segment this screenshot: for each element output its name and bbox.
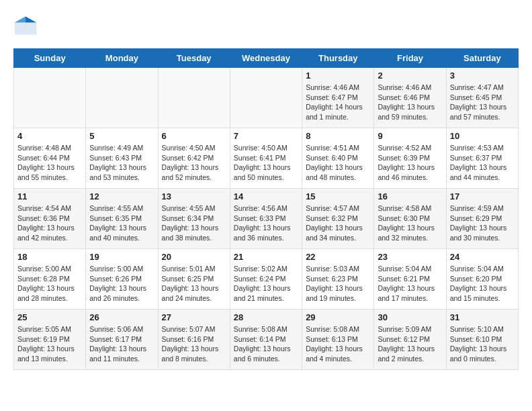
day-info: Sunrise: 5:06 AM Sunset: 6:17 PM Dayligh… — [89, 324, 154, 364]
day-info: Sunrise: 4:55 AM Sunset: 6:35 PM Dayligh… — [89, 203, 154, 243]
day-info: Sunrise: 4:49 AM Sunset: 6:43 PM Dayligh… — [89, 143, 154, 183]
calendar-cell: 10Sunrise: 4:53 AM Sunset: 6:37 PM Dayli… — [446, 128, 518, 189]
day-info: Sunrise: 5:02 AM Sunset: 6:24 PM Dayligh… — [234, 264, 298, 304]
svg-marker-2 — [15, 17, 26, 23]
day-header-sunday: Sunday — [14, 49, 86, 68]
day-number: 17 — [450, 191, 515, 201]
day-number: 21 — [234, 252, 298, 262]
calendar-week-1: 1Sunrise: 4:46 AM Sunset: 6:47 PM Daylig… — [14, 68, 519, 128]
day-number: 12 — [89, 191, 154, 201]
day-info: Sunrise: 4:46 AM Sunset: 6:46 PM Dayligh… — [378, 83, 442, 122]
day-number: 10 — [450, 131, 515, 141]
day-info: Sunrise: 4:47 AM Sunset: 6:45 PM Dayligh… — [450, 83, 515, 122]
day-number: 24 — [450, 252, 515, 262]
calendar-cell: 15Sunrise: 4:57 AM Sunset: 6:32 PM Dayli… — [302, 189, 374, 249]
calendar-table: SundayMondayTuesdayWednesdayThursdayFrid… — [13, 48, 519, 370]
day-info: Sunrise: 5:10 AM Sunset: 6:10 PM Dayligh… — [450, 324, 515, 364]
day-info: Sunrise: 5:01 AM Sunset: 6:25 PM Dayligh… — [162, 264, 226, 304]
day-number: 26 — [89, 312, 154, 322]
calendar-cell: 5Sunrise: 4:49 AM Sunset: 6:43 PM Daylig… — [86, 128, 158, 189]
day-number: 15 — [306, 191, 370, 201]
calendar-cell: 18Sunrise: 5:00 AM Sunset: 6:28 PM Dayli… — [14, 249, 86, 310]
day-header-saturday: Saturday — [446, 49, 518, 68]
calendar-cell — [230, 68, 302, 128]
calendar-week-4: 18Sunrise: 5:00 AM Sunset: 6:28 PM Dayli… — [14, 249, 519, 310]
day-number: 25 — [17, 312, 82, 322]
calendar-cell: 17Sunrise: 4:59 AM Sunset: 6:29 PM Dayli… — [446, 189, 518, 249]
calendar-cell: 8Sunrise: 4:51 AM Sunset: 6:40 PM Daylig… — [302, 128, 374, 189]
calendar-cell: 1Sunrise: 4:46 AM Sunset: 6:47 PM Daylig… — [302, 68, 374, 128]
calendar-cell: 3Sunrise: 4:47 AM Sunset: 6:45 PM Daylig… — [446, 68, 518, 128]
day-info: Sunrise: 4:55 AM Sunset: 6:34 PM Dayligh… — [162, 203, 226, 243]
calendar-cell: 31Sunrise: 5:10 AM Sunset: 6:10 PM Dayli… — [446, 310, 518, 370]
calendar-cell: 29Sunrise: 5:08 AM Sunset: 6:13 PM Dayli… — [302, 310, 374, 370]
day-info: Sunrise: 5:09 AM Sunset: 6:12 PM Dayligh… — [378, 324, 442, 364]
svg-marker-1 — [26, 17, 36, 23]
calendar-week-3: 11Sunrise: 4:54 AM Sunset: 6:36 PM Dayli… — [14, 189, 519, 249]
day-number: 6 — [162, 131, 226, 141]
day-info: Sunrise: 4:51 AM Sunset: 6:40 PM Dayligh… — [306, 143, 370, 183]
day-info: Sunrise: 5:07 AM Sunset: 6:16 PM Dayligh… — [162, 324, 226, 364]
day-number: 4 — [17, 131, 82, 141]
day-info: Sunrise: 5:04 AM Sunset: 6:20 PM Dayligh… — [450, 264, 515, 304]
calendar-week-2: 4Sunrise: 4:48 AM Sunset: 6:44 PM Daylig… — [14, 128, 519, 189]
day-header-tuesday: Tuesday — [158, 49, 230, 68]
calendar-cell: 7Sunrise: 4:50 AM Sunset: 6:41 PM Daylig… — [230, 128, 302, 189]
day-number: 11 — [17, 191, 82, 201]
calendar-cell: 22Sunrise: 5:03 AM Sunset: 6:23 PM Dayli… — [302, 249, 374, 310]
day-number: 13 — [162, 191, 226, 201]
day-number: 22 — [306, 252, 370, 262]
day-number: 9 — [378, 131, 442, 141]
day-number: 18 — [17, 252, 82, 262]
calendar-cell: 24Sunrise: 5:04 AM Sunset: 6:20 PM Dayli… — [446, 249, 518, 310]
day-info: Sunrise: 4:57 AM Sunset: 6:32 PM Dayligh… — [306, 203, 370, 243]
day-info: Sunrise: 5:05 AM Sunset: 6:19 PM Dayligh… — [17, 324, 82, 364]
calendar-cell: 27Sunrise: 5:07 AM Sunset: 6:16 PM Dayli… — [158, 310, 230, 370]
day-number: 14 — [234, 191, 298, 201]
day-info: Sunrise: 4:58 AM Sunset: 6:30 PM Dayligh… — [378, 203, 442, 243]
day-number: 1 — [306, 71, 370, 81]
day-info: Sunrise: 5:04 AM Sunset: 6:21 PM Dayligh… — [378, 264, 442, 304]
day-info: Sunrise: 4:52 AM Sunset: 6:39 PM Dayligh… — [378, 143, 442, 183]
day-info: Sunrise: 5:03 AM Sunset: 6:23 PM Dayligh… — [306, 264, 370, 304]
calendar-cell: 9Sunrise: 4:52 AM Sunset: 6:39 PM Daylig… — [374, 128, 446, 189]
day-header-thursday: Thursday — [302, 49, 374, 68]
day-number: 16 — [378, 191, 442, 201]
day-info: Sunrise: 4:46 AM Sunset: 6:47 PM Dayligh… — [306, 83, 370, 122]
day-info: Sunrise: 5:08 AM Sunset: 6:13 PM Dayligh… — [306, 324, 370, 364]
day-number: 19 — [89, 252, 154, 262]
day-header-friday: Friday — [374, 49, 446, 68]
day-number: 2 — [378, 71, 442, 81]
day-number: 30 — [378, 312, 442, 322]
day-info: Sunrise: 4:53 AM Sunset: 6:37 PM Dayligh… — [450, 143, 515, 183]
calendar-cell: 26Sunrise: 5:06 AM Sunset: 6:17 PM Dayli… — [86, 310, 158, 370]
calendar-cell: 21Sunrise: 5:02 AM Sunset: 6:24 PM Dayli… — [230, 249, 302, 310]
day-number: 23 — [378, 252, 442, 262]
days-header-row: SundayMondayTuesdayWednesdayThursdayFrid… — [14, 49, 519, 68]
day-info: Sunrise: 5:08 AM Sunset: 6:14 PM Dayligh… — [234, 324, 298, 364]
logo — [13, 13, 40, 38]
calendar-cell: 16Sunrise: 4:58 AM Sunset: 6:30 PM Dayli… — [374, 189, 446, 249]
calendar-cell: 20Sunrise: 5:01 AM Sunset: 6:25 PM Dayli… — [158, 249, 230, 310]
day-info: Sunrise: 4:56 AM Sunset: 6:33 PM Dayligh… — [234, 203, 298, 243]
calendar-cell — [86, 68, 158, 128]
day-info: Sunrise: 4:54 AM Sunset: 6:36 PM Dayligh… — [17, 203, 82, 243]
page-header — [13, 13, 519, 38]
calendar-cell: 2Sunrise: 4:46 AM Sunset: 6:46 PM Daylig… — [374, 68, 446, 128]
calendar-cell — [158, 68, 230, 128]
day-number: 3 — [450, 71, 515, 81]
day-info: Sunrise: 4:48 AM Sunset: 6:44 PM Dayligh… — [17, 143, 82, 183]
calendar-cell: 19Sunrise: 5:00 AM Sunset: 6:26 PM Dayli… — [86, 249, 158, 310]
logo-icon — [13, 13, 38, 38]
calendar-cell: 14Sunrise: 4:56 AM Sunset: 6:33 PM Dayli… — [230, 189, 302, 249]
day-header-wednesday: Wednesday — [230, 49, 302, 68]
calendar-cell: 25Sunrise: 5:05 AM Sunset: 6:19 PM Dayli… — [14, 310, 86, 370]
day-info: Sunrise: 5:00 AM Sunset: 6:26 PM Dayligh… — [89, 264, 154, 304]
day-number: 7 — [234, 131, 298, 141]
day-number: 31 — [450, 312, 515, 322]
day-info: Sunrise: 4:50 AM Sunset: 6:41 PM Dayligh… — [234, 143, 298, 183]
day-number: 20 — [162, 252, 226, 262]
calendar-cell — [14, 68, 86, 128]
day-number: 29 — [306, 312, 370, 322]
day-number: 28 — [234, 312, 298, 322]
